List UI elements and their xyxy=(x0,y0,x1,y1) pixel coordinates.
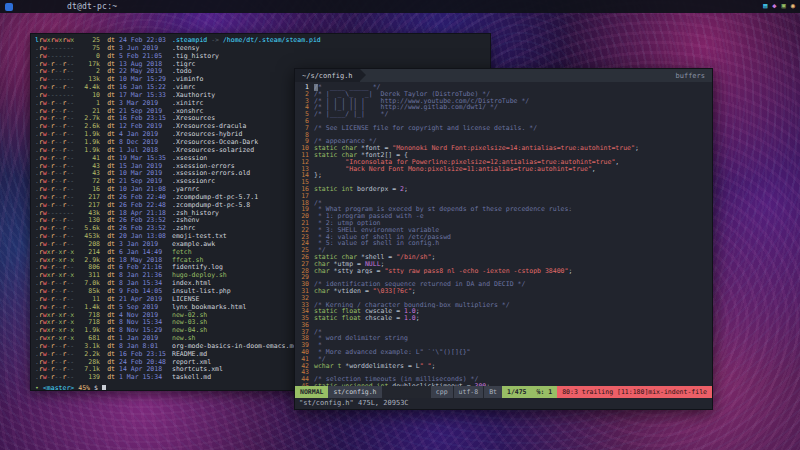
code-line: 19 * What program is execed by st depend… xyxy=(295,206,712,213)
code-line: 18/* xyxy=(295,200,712,207)
buffer-flag: Bt xyxy=(483,386,502,398)
tab-config-h[interactable]: ~/s/config.h xyxy=(295,69,360,82)
code-line: 33/* Kerning / character bounding-box mu… xyxy=(295,302,712,309)
code-line: 25 */ xyxy=(295,247,712,254)
code-line: 4/* | |_| || | http://www.gitlab.com/dwt… xyxy=(295,104,712,111)
code-line: 45static unsigned int doubleclicktimeout… xyxy=(295,383,712,386)
code-line: 31char *vtiden = "\033[?6c"; xyxy=(295,288,712,295)
code-line: 39 * xyxy=(295,342,712,349)
buffers-label: buffers xyxy=(668,69,712,82)
theme-icon[interactable]: ◆ xyxy=(772,3,776,10)
code-line: 26static char *shell = "/bin/sh"; xyxy=(295,254,712,261)
mode-indicator: NORMAL xyxy=(295,386,328,398)
prompt-marker: • xyxy=(35,384,39,391)
code-line: 10static char *font = "Mononoki Nerd Fon… xyxy=(295,145,712,152)
updates-icon[interactable]: ▣ xyxy=(782,3,786,10)
code-line: 13 "Hack Nerd Font Mono:pixelsize=11:ant… xyxy=(295,166,712,173)
code-line: 14}; xyxy=(295,172,712,179)
system-tray: ▤◆▣◉ xyxy=(763,3,795,10)
code-line: 41 */ xyxy=(295,356,712,363)
code-line: 30/* identification sequence returned in… xyxy=(295,281,712,288)
code-line: 1/* ____ _____ */ xyxy=(295,84,712,91)
code-line: 24 * 5: value of shell in config.h xyxy=(295,240,712,247)
code-line: 8 xyxy=(295,132,712,139)
vim-statusline: NORMAL st/config.h cpp utf-8 Bt 1/475 ℅:… xyxy=(295,386,712,398)
code-line: 12 "Inconsolata for Powerline:pixelsize=… xyxy=(295,159,712,166)
code-area[interactable]: 1/* ____ _____ */2/* | _ \_ _| Derek Tay… xyxy=(295,82,712,386)
top-status-bar: dt@dt-pc:~ ▤◆▣◉ xyxy=(0,0,800,13)
file-row: .rw-------75dt3 Jun 2019.teensy xyxy=(35,45,486,53)
code-line: 5/* |____/ |_| */ xyxy=(295,111,712,118)
code-line: 29 xyxy=(295,274,712,281)
terminal-cursor xyxy=(102,385,106,391)
vim-window[interactable]: ~/s/config.h buffers 1/* ____ _____ */2/… xyxy=(294,68,713,410)
code-line: 2/* | _ \_ _| Derek Taylor (DistroTube) … xyxy=(295,91,712,98)
code-line: 28char *stty_args = "stty raw pass8 nl -… xyxy=(295,268,712,275)
code-line: 20 * 1: program passed with -e xyxy=(295,213,712,220)
code-line: 43 xyxy=(295,369,712,376)
tab-label: ~/s/config.h xyxy=(302,72,353,80)
code-line: 22 * 3: SHELL environment variable xyxy=(295,227,712,234)
file-row: lrwxrwxrwx25dt24 Feb 22:03.steampid -> /… xyxy=(35,37,486,45)
code-line: 32 xyxy=(295,295,712,302)
code-line: 38 * word delimiter string xyxy=(295,335,712,342)
code-lines: 1/* ____ _____ */2/* | _ \_ _| Derek Tay… xyxy=(295,84,712,386)
git-branch-label: <master> xyxy=(43,384,74,391)
code-line: 42wchar_t *worddelimiters = L" "; xyxy=(295,363,712,370)
code-line: 35static float chscale = 1.0; xyxy=(295,315,712,322)
volume-icon[interactable]: ◉ xyxy=(791,3,795,10)
cursor-column: ℅: 1 xyxy=(532,386,558,398)
code-line: 21 * 2: utmp option xyxy=(295,220,712,227)
statusline-spacer xyxy=(382,386,430,398)
code-line: 17 xyxy=(295,193,712,200)
code-line: 15 xyxy=(295,179,712,186)
prompt-symbol: $ xyxy=(94,384,98,391)
code-line: 23 * 4: value of shell in /etc/passwd xyxy=(295,234,712,241)
code-line: 34static float cwscale = 1.0; xyxy=(295,308,712,315)
vim-cursor xyxy=(314,84,318,91)
lint-warnings: 80:3 trailing [11:180]mix-indent-file xyxy=(557,386,712,398)
code-line: 6 xyxy=(295,118,712,125)
cursor-position: 1/475 xyxy=(502,386,532,398)
workspace-icon[interactable] xyxy=(5,3,13,11)
code-line: 27char *utmp = NULL; xyxy=(295,261,712,268)
code-line: 3/* | | | || | http://www.youtube.com/c/… xyxy=(295,98,712,105)
network-icon[interactable]: ▤ xyxy=(763,3,767,10)
code-line: 40 * More advanced example: L" `'\"()[]{… xyxy=(295,349,712,356)
file-row: .rw-------0dt5 Feb 21:05.tig_history xyxy=(35,53,486,61)
statusline-filename: st/config.h xyxy=(328,386,381,398)
prompt-percent: 45% xyxy=(78,384,90,391)
code-line: 44/* selection timeouts (in milliseconds… xyxy=(295,376,712,383)
code-line: 37/* xyxy=(295,329,712,336)
code-line: 16static int borderpx = 2; xyxy=(295,186,712,193)
code-line: 9/* appearance */ xyxy=(295,138,712,145)
vim-tabline: ~/s/config.h buffers xyxy=(295,69,712,82)
filetype-indicator: cpp xyxy=(430,386,453,398)
encoding-indicator: utf-8 xyxy=(453,386,484,398)
code-line: 11static char *font2[] = { xyxy=(295,152,712,159)
code-line: 7/* See LICENSE file for copyright and l… xyxy=(295,125,712,132)
focused-window-title: dt@dt-pc:~ xyxy=(67,2,117,11)
tab-arrow-icon xyxy=(360,69,366,81)
vim-command-line[interactable]: "st/config.h" 475L, 20953C xyxy=(295,398,712,409)
code-line: 36 xyxy=(295,322,712,329)
